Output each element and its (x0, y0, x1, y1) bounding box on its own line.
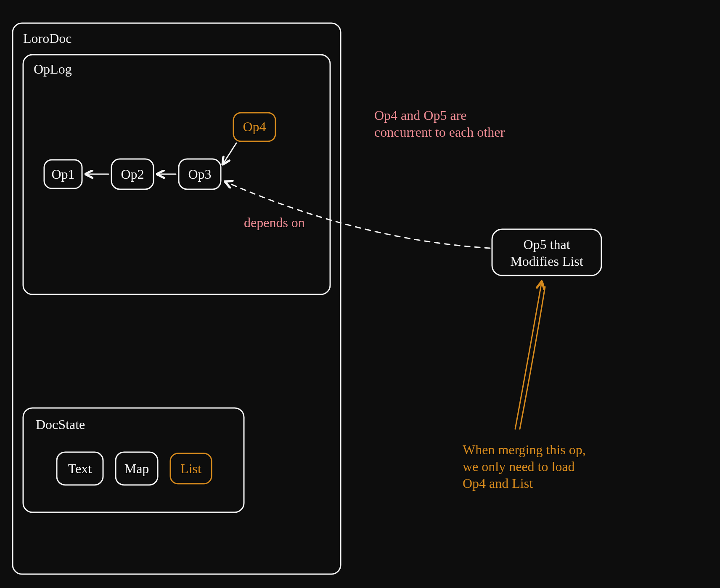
lorodoc-container (13, 23, 341, 574)
op4-label: Op4 (243, 119, 266, 134)
op2-label: Op2 (121, 167, 144, 182)
arrow-op4-op3 (223, 143, 236, 164)
op5-label-line1: Op5 that (523, 237, 570, 252)
op5-label-line2: Modifies List (510, 254, 583, 269)
annotation-merge-line3: Op4 and List (463, 476, 533, 491)
annotation-concurrent-line1: Op4 and Op5 are (374, 108, 466, 123)
docstate-map-label: Map (124, 461, 149, 476)
op3-label: Op3 (188, 167, 211, 182)
annotation-merge-line1: When merging this op, (463, 442, 586, 457)
depends-on-label: depends on (244, 215, 305, 230)
op1-label: Op1 (51, 167, 74, 182)
docstate-title: DocState (36, 417, 85, 432)
oplog-title: OpLog (34, 61, 72, 77)
annotation-merge-line2: we only need to load (463, 459, 575, 474)
arrow-annotation-op5-a (515, 282, 542, 429)
arrow-annotation-op5-b (520, 287, 545, 429)
docstate-list-label: List (180, 461, 201, 476)
annotation-concurrent-line2: concurrent to each other (374, 124, 505, 140)
docstate-text-label: Text (68, 461, 92, 476)
lorodoc-title: LoroDoc (23, 31, 72, 46)
